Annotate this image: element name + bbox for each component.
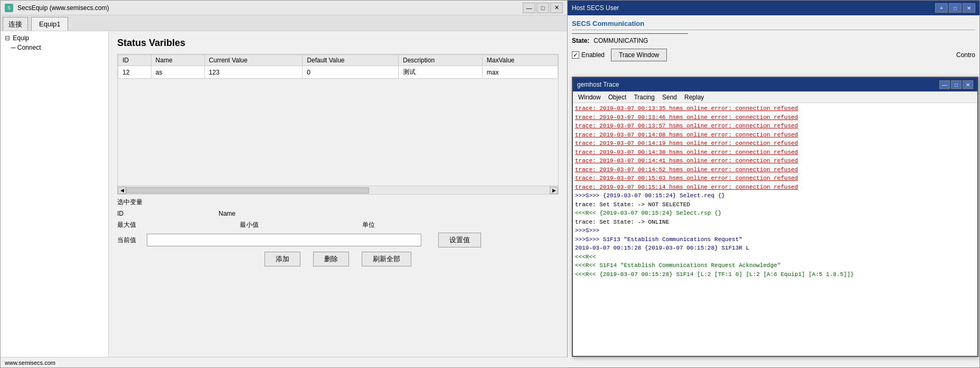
col-id: ID [118, 55, 152, 66]
id-label: ID [117, 210, 138, 217]
sidebar: ⊟ Equip ─ Connect [1, 31, 109, 367]
scroll-track [126, 187, 550, 194]
trace-minimize-btn[interactable]: — [939, 80, 950, 89]
trace-line: trace: 2019-03-07 00:14:30 hsms online e… [575, 148, 975, 157]
status-table: ID Name Current Value Default Value Desc… [118, 54, 558, 79]
id-name-row: ID Name [117, 210, 559, 217]
trace-line: <<<R<< [575, 253, 975, 262]
max-min-unit-row: 最大值 最小值 单位 [117, 220, 559, 229]
trace-menu-object[interactable]: Object [605, 92, 630, 103]
secs-minimize-btn[interactable]: + [935, 3, 948, 13]
name-label: Name [219, 210, 240, 217]
secs-close-btn[interactable]: ✕ [963, 3, 975, 13]
expand-icon: ⊟ [5, 34, 10, 42]
trace-line: trace: 2019-03-07 00:15:14 hsms online e… [575, 183, 975, 192]
app-icon: S [5, 4, 13, 12]
main-title-bar: S SecsEquip (www.semisecs.com) — □ ✕ [1, 1, 567, 15]
secs-title-bar: Host SECS User + □ ✕ [568, 1, 979, 15]
secs-window-controls: + □ ✕ [935, 3, 975, 13]
trace-window-controls: — □ ✕ [939, 80, 973, 89]
trace-title-bar: gemhost Trace — □ ✕ [573, 78, 977, 91]
trace-content[interactable]: trace: 2019-03-07 00:13:35 hsms online e… [573, 103, 977, 356]
sidebar-item-connect[interactable]: ─ Connect [3, 43, 106, 52]
trace-line: trace: 2019-03-07 00:13:35 hsms online e… [575, 104, 975, 113]
trace-line: >>>S>>> S1F13 "Establish Communications … [575, 235, 975, 244]
trace-line: trace: 2019-03-07 00:13:46 hsms online e… [575, 113, 975, 122]
trace-window: gemhost Trace — □ ✕ Window Object Tracin… [572, 77, 978, 357]
cell-name: as [151, 66, 204, 79]
secs-state-label: State: [572, 37, 589, 44]
trace-line: <<<R<< {2019-03-07 00:15:28} S1F14 [L:2 … [575, 270, 975, 279]
sidebar-item-equip[interactable]: ⊟ Equip [3, 33, 106, 43]
col-default-value: Default Value [303, 55, 399, 66]
scroll-right-btn[interactable]: ▶ [550, 187, 558, 194]
tab-equip1[interactable]: Equip1 [31, 17, 68, 31]
scroll-thumb[interactable] [126, 187, 369, 194]
selected-var-label: 选中变量 [117, 198, 143, 207]
minimize-button[interactable]: — [523, 3, 535, 13]
trace-line: trace: Set State: -> ONLINE [575, 218, 975, 227]
trace-line: trace: 2019-03-07 00:14:52 hsms online e… [575, 165, 975, 174]
secs-title: Host SECS User [572, 4, 619, 12]
trace-line: trace: 2019-03-07 00:13:57 hsms online e… [575, 122, 975, 131]
current-val-input[interactable] [147, 234, 421, 246]
secs-controls-row: ✓ Enabled Trace Window Contro [572, 49, 975, 61]
refresh-button[interactable]: 刷新全部 [362, 252, 411, 266]
set-value-button[interactable]: 设置值 [438, 233, 481, 247]
form-section: 选中变量 ID Name 最大值 最小值 单位 当前值 [117, 198, 559, 266]
maximize-button[interactable]: □ [536, 3, 549, 13]
trace-line: >>>S>>> {2019-03-07 00:15:24} Select.req… [575, 191, 975, 200]
trace-title: gemhost Trace [577, 81, 619, 88]
cell-id: 12 [118, 66, 152, 79]
trace-line: trace: 2019-03-07 00:14:08 hsms online e… [575, 131, 975, 140]
main-window: S SecsEquip (www.semisecs.com) — □ ✕ 连接 … [0, 0, 568, 368]
col-description: Description [399, 55, 483, 66]
trace-line: trace: 2019-03-07 00:15:03 hsms online e… [575, 174, 975, 183]
cell-max-value: max [482, 66, 558, 79]
trace-line: trace: 2019-03-07 00:14:19 hsms online e… [575, 139, 975, 148]
add-button[interactable]: 添加 [265, 252, 300, 266]
trace-menu-window[interactable]: Window [575, 92, 604, 103]
cell-default-value: 0 [303, 66, 399, 79]
trace-line: >>>S>>> [575, 226, 975, 235]
main-title: SecsEquip (www.semisecs.com) [17, 4, 109, 12]
trace-line: <<<R<< {2019-03-07 00:15:24} Select.rsp … [575, 209, 975, 218]
trace-line: trace: 2019-03-07 00:14:41 hsms online e… [575, 157, 975, 165]
col-name: Name [151, 55, 204, 66]
cell-description: 测试 [399, 66, 483, 79]
selected-var-row: 选中变量 [117, 198, 559, 207]
table-wrapper[interactable]: ID Name Current Value Default Value Desc… [117, 54, 559, 186]
trace-menu-replay[interactable]: Replay [681, 92, 707, 103]
tab-bar: 连接 Equip1 [1, 15, 567, 31]
trace-menu: Window Object Tracing Send Replay [573, 91, 977, 103]
bottom-bar: www.semisecs.com [1, 357, 568, 367]
secs-state-divider [572, 33, 688, 34]
current-val-label: 当前值 [117, 236, 138, 245]
horizontal-scrollbar[interactable]: ◀ ▶ [117, 186, 559, 195]
trace-line: 2019-03-07 00:15:28 {2019-03-07 00:15:28… [575, 244, 975, 253]
trace-line: trace: Set State: -> NOT SELECTED [575, 200, 975, 209]
trace-window-button[interactable]: Trace Window [611, 49, 667, 61]
main-content: Status Varibles ID Name Current Value De… [109, 31, 567, 367]
unit-label: 单位 [362, 220, 383, 229]
close-button[interactable]: ✕ [550, 3, 563, 13]
tab-connect[interactable]: 连接 [3, 17, 28, 31]
scroll-left-btn[interactable]: ◀ [118, 187, 126, 194]
trace-menu-send[interactable]: Send [659, 92, 680, 103]
secs-maximize-btn[interactable]: □ [949, 3, 962, 13]
trace-close-btn[interactable]: ✕ [963, 80, 973, 89]
trace-line: <<<R<< S1F14 "Establish Communications R… [575, 261, 975, 270]
window-controls: — □ ✕ [523, 3, 563, 13]
secs-state-value: COMMUNICATING [593, 37, 648, 44]
delete-button[interactable]: 删除 [313, 252, 349, 266]
enabled-checkbox-label[interactable]: ✓ Enabled [572, 51, 605, 59]
enabled-checkbox[interactable]: ✓ [572, 51, 579, 59]
min-label: 最小值 [240, 220, 261, 229]
secs-section-title: SECS Communication [572, 20, 975, 30]
table-row[interactable]: 12 as 123 0 测试 max [118, 66, 558, 79]
trace-maximize-btn[interactable]: □ [951, 80, 962, 89]
secs-state-row: State: COMMUNICATING [572, 37, 975, 44]
secs-body: SECS Communication State: COMMUNICATING … [568, 15, 979, 70]
app-body: ⊟ Equip ─ Connect Status Varibles ID Nam… [1, 31, 567, 367]
trace-menu-tracing[interactable]: Tracing [630, 92, 658, 103]
